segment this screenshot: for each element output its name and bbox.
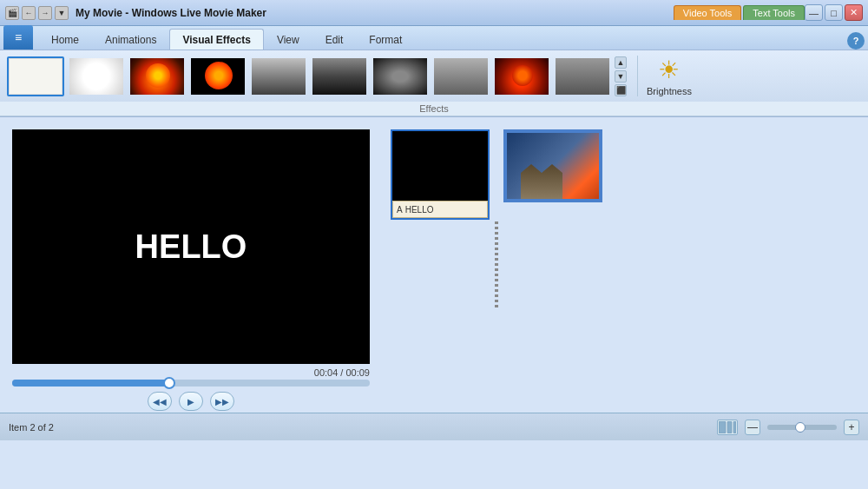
effects-toolbar: ▲ ▼ ⬛ ☀ Brightness [0, 50, 868, 102]
zoom-plus-button[interactable]: + [844, 420, 859, 435]
title-bar-icons: 🎬 ← → ▼ [5, 6, 69, 20]
brightness-label: Brightness [647, 86, 692, 96]
storyboard-icon[interactable] [717, 420, 738, 435]
effect-gray2[interactable] [311, 56, 368, 96]
photo-clip-thumb[interactable] [503, 129, 602, 202]
timeline-area: A HELLO [382, 117, 868, 413]
effect-gray3[interactable] [432, 56, 490, 96]
text-clip-thumb[interactable]: A HELLO [391, 129, 490, 220]
app-icon: 🎬 [5, 6, 19, 20]
clip-divider [495, 221, 498, 308]
scroll-more-arrow[interactable]: ⬛ [615, 84, 627, 96]
text-tools-tab[interactable]: Text Tools [743, 5, 805, 20]
video-text-overlay: HELLO [135, 228, 247, 266]
status-bar: Item 2 of 2 — + [0, 413, 868, 440]
zoom-minus-button[interactable]: — [745, 420, 760, 435]
text-clip-video [392, 131, 488, 201]
svg-rect-2 [733, 421, 736, 433]
storyboard-svg [719, 421, 736, 433]
photo-clip-video [505, 131, 601, 201]
scroll-up-arrow[interactable]: ▲ [615, 56, 627, 69]
scroll-down-arrow[interactable]: ▼ [615, 70, 627, 83]
tab-format[interactable]: Format [356, 29, 415, 50]
preview-area: HELLO 00:04 / 00:09 ◀◀ ▶ ▶▶ [0, 117, 382, 413]
status-text: Item 2 of 2 [9, 422, 717, 433]
text-clip-label: A HELLO [392, 201, 488, 218]
tab-edit[interactable]: Edit [312, 29, 357, 50]
rewind-button[interactable]: ◀◀ [148, 392, 172, 411]
video-tools-tab[interactable]: Video Tools [674, 5, 741, 20]
effect-gray1[interactable] [250, 56, 307, 96]
title-bar: 🎬 ← → ▼ My Movie - Windows Live Movie Ma… [0, 0, 868, 26]
forward-icon[interactable]: → [38, 6, 52, 20]
back-icon[interactable]: ← [22, 6, 36, 20]
effect-gray4[interactable] [554, 56, 611, 96]
forward-button[interactable]: ▶▶ [210, 392, 234, 411]
ribbon-tabs: ≡ Home Animations Visual Effects View Ed… [0, 26, 868, 50]
progress-bar[interactable] [12, 380, 370, 387]
effects-section-label: Effects [0, 102, 868, 116]
effect-fire[interactable] [128, 56, 186, 96]
minimize-button[interactable]: — [805, 4, 823, 21]
zoom-slider-thumb[interactable] [795, 422, 806, 433]
svg-rect-1 [727, 421, 732, 433]
preview-video: HELLO [12, 129, 370, 364]
status-right: — + [717, 420, 859, 435]
ribbon-menu-button[interactable]: ≡ [3, 25, 33, 50]
playback-controls: 00:04 / 00:09 ◀◀ ▶ ▶▶ [12, 364, 370, 414]
effect-none[interactable] [7, 56, 64, 96]
effect-white[interactable] [68, 56, 125, 96]
text-clip[interactable]: A HELLO [391, 129, 490, 220]
effects-list [7, 56, 611, 96]
progress-thumb[interactable] [163, 377, 175, 389]
tab-view[interactable]: View [264, 29, 312, 50]
photo-clip[interactable] [503, 129, 602, 202]
playback-buttons: ◀◀ ▶ ▶▶ [12, 392, 370, 411]
progress-fill [12, 380, 169, 387]
svg-rect-0 [719, 421, 726, 433]
close-button[interactable]: ✕ [845, 4, 863, 21]
window-title: My Movie - Windows Live Movie Maker [76, 7, 674, 19]
window-controls: — □ ✕ [805, 4, 863, 21]
ribbon: ≡ Home Animations Visual Effects View Ed… [0, 26, 868, 117]
maximize-button[interactable]: □ [825, 4, 843, 21]
effects-scroll: ▲ ▼ ⬛ [615, 56, 627, 96]
tab-animations[interactable]: Animations [92, 29, 169, 50]
effect-vignette[interactable] [372, 56, 429, 96]
main-content: HELLO 00:04 / 00:09 ◀◀ ▶ ▶▶ A [0, 117, 868, 413]
brightness-icon[interactable]: ☀ [658, 56, 680, 84]
text-clip-icon: A [397, 205, 403, 215]
tab-visual-effects[interactable]: Visual Effects [169, 29, 263, 50]
time-display: 00:04 / 00:09 [12, 367, 370, 378]
context-tabs: Video Tools Text Tools [674, 5, 805, 20]
tab-home[interactable]: Home [38, 29, 92, 50]
text-clip-name: HELLO [405, 205, 434, 215]
menu-icon[interactable]: ▼ [55, 6, 69, 20]
effect-red-flower[interactable] [493, 56, 550, 96]
effect-fire-dark[interactable] [189, 56, 247, 96]
play-button[interactable]: ▶ [179, 392, 203, 411]
brightness-control: ☀ Brightness [637, 56, 692, 96]
zoom-slider[interactable] [767, 425, 837, 430]
help-button[interactable]: ? [847, 32, 865, 50]
